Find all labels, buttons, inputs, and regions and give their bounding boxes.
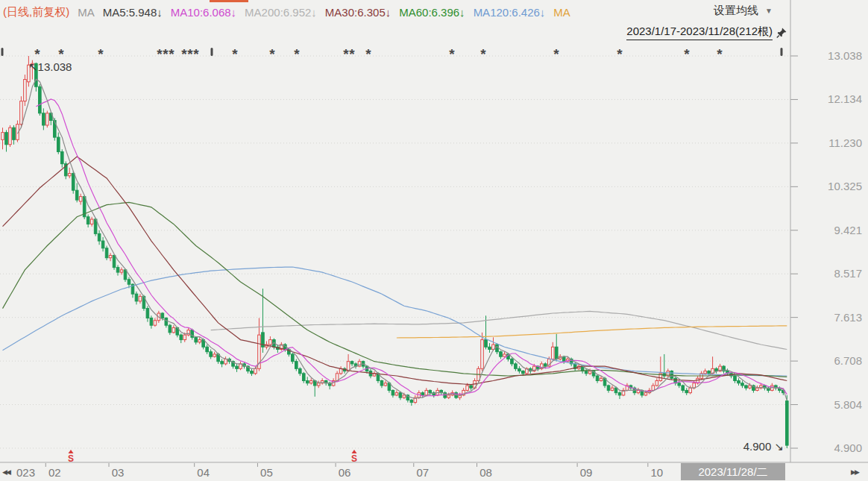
- candle-down: [295, 362, 298, 369]
- candle-down: [410, 400, 413, 402]
- event-star-icon[interactable]: *: [157, 46, 163, 62]
- ma-group-label: MA: [78, 6, 95, 19]
- candle-down: [350, 362, 353, 364]
- event-star-icon[interactable]: *: [717, 46, 723, 62]
- high-annotation: ↖13.038: [28, 60, 72, 73]
- candle-up: [588, 371, 591, 374]
- candle-down: [421, 393, 424, 395]
- candle-down: [161, 313, 164, 318]
- y-tick-label: 4.900: [834, 441, 862, 454]
- event-star-icon[interactable]: *: [269, 46, 275, 62]
- event-star-icon[interactable]: *: [294, 46, 300, 62]
- candle-down: [485, 340, 488, 348]
- x-month-label: 04: [197, 466, 210, 479]
- candle-up: [704, 371, 707, 374]
- candle-up: [309, 381, 312, 383]
- ma5-legend: MA5:5.948↓: [103, 6, 163, 19]
- event-bar-icon[interactable]: [781, 48, 783, 56]
- candle-down: [391, 390, 394, 394]
- event-star-icon[interactable]: *: [98, 46, 104, 62]
- ma-settings-label: 设置均线: [714, 4, 758, 18]
- y-tick-label: 11.230: [828, 136, 862, 149]
- event-star-icon[interactable]: *: [187, 46, 193, 62]
- event-star-icon[interactable]: *: [343, 46, 349, 62]
- event-star-icon[interactable]: *: [553, 46, 559, 62]
- candle-down: [682, 386, 685, 390]
- candle-up: [600, 378, 603, 380]
- x-month-label: 09: [580, 466, 593, 479]
- event-star-icon[interactable]: *: [193, 46, 199, 62]
- dividend-s-icon[interactable]: S: [351, 453, 357, 464]
- event-star-icon[interactable]: *: [232, 46, 238, 62]
- y-tick-label: 12.134: [828, 92, 862, 105]
- chart-background: [0, 0, 868, 481]
- candle-down: [544, 364, 547, 366]
- candle-down: [500, 352, 503, 356]
- candle-up: [24, 80, 27, 101]
- event-star-icon[interactable]: *: [169, 46, 174, 62]
- pin-icon[interactable]: [776, 27, 787, 39]
- ma120-legend: MA120:6.426↓: [474, 6, 546, 19]
- candle-up: [637, 390, 640, 392]
- y-tick-label: 10.325: [828, 180, 862, 192]
- candle-up: [403, 395, 406, 397]
- candle-down: [678, 383, 681, 386]
- candle-down: [105, 248, 108, 258]
- candle-down: [496, 345, 499, 352]
- forward-button[interactable]: ▶▶: [851, 468, 858, 476]
- candle-down: [75, 190, 78, 200]
- candle-up: [503, 354, 506, 356]
- event-star-icon[interactable]: *: [684, 46, 690, 62]
- candle-down: [292, 354, 295, 362]
- candle-down: [614, 388, 617, 392]
- candle-up: [1, 133, 4, 140]
- event-star-icon[interactable]: *: [34, 46, 40, 62]
- rewind-button[interactable]: ◀◀: [2, 468, 10, 476]
- event-star-icon[interactable]: *: [181, 46, 187, 62]
- date-range-link[interactable]: 2023/1/17-2023/11/28(212根): [626, 25, 773, 40]
- candle-up: [551, 347, 554, 359]
- candle-up: [68, 174, 71, 176]
- event-star-icon[interactable]: *: [349, 46, 355, 62]
- event-star-icon[interactable]: *: [480, 46, 486, 62]
- event-star-icon[interactable]: *: [58, 46, 64, 62]
- candle-down: [195, 337, 198, 342]
- candle-down: [146, 309, 149, 318]
- candle-down: [169, 325, 172, 333]
- candle-up: [466, 386, 469, 390]
- low-annotation: 4.900 ↘: [743, 440, 784, 453]
- event-bar-icon[interactable]: [211, 48, 213, 56]
- candle-down: [165, 318, 168, 325]
- candle-down: [39, 87, 42, 113]
- dividend-s-icon[interactable]: S: [68, 453, 74, 464]
- candle-down: [60, 151, 63, 163]
- candle-down: [302, 374, 305, 381]
- candle-up: [139, 296, 142, 301]
- candle-up: [224, 359, 227, 363]
- candle-down: [236, 366, 239, 368]
- event-star-icon[interactable]: *: [449, 46, 455, 62]
- event-star-icon[interactable]: *: [365, 46, 371, 62]
- event-bar-icon[interactable]: [1, 48, 4, 56]
- candle-down: [786, 401, 789, 445]
- candle-down: [470, 386, 473, 388]
- candle-up: [644, 393, 647, 395]
- event-star-icon[interactable]: *: [163, 46, 169, 62]
- candle-down: [607, 386, 610, 390]
- tab-indicator: [210, 0, 248, 2]
- current-date-badge[interactable]: 2023/11/28/二: [681, 463, 785, 480]
- candle-down: [741, 383, 744, 386]
- event-star-icon[interactable]: *: [617, 46, 623, 62]
- x-month-label: 08: [479, 466, 492, 479]
- ma-settings-button[interactable]: 设置均线 ▼: [709, 4, 773, 18]
- candlestick-chart[interactable]: 13.03812.13411.23010.3259.4218.5177.6136…: [0, 0, 868, 481]
- y-tick-label: 6.708: [834, 354, 862, 367]
- candle-down: [562, 356, 565, 361]
- candle-down: [180, 335, 183, 339]
- candle-down: [5, 133, 8, 145]
- y-tick-label: 8.517: [834, 267, 862, 280]
- candle-down: [708, 371, 711, 374]
- candle-down: [685, 390, 688, 392]
- candle-down: [596, 376, 599, 380]
- candle-up: [254, 368, 257, 373]
